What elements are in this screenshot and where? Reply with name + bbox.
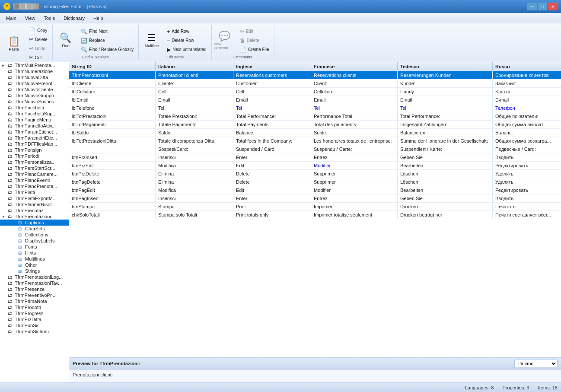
sidebar-item-tfrmPiattiExportM[interactable]: 🗂TfrmPiattiExportM... [0, 195, 69, 201]
table-row[interactable]: lblClienteCliente:Customer:Client:Kunde:… [69, 80, 561, 88]
table-row[interactable]: lblEmailEmailEmailEmailEmailE-mail [69, 96, 561, 104]
sidebar-item-tfrmPresenze[interactable]: 🗂TfrmPresenze [0, 286, 69, 292]
sidebar-item-tfrmPrimaNota[interactable]: 🗂TfrmPrimaNota [0, 298, 69, 304]
delete-row-button[interactable]: − Delete Row [164, 36, 209, 45]
menu-dictionary[interactable]: Dictionary [59, 14, 89, 22]
sidebar-item-tfrmProgress[interactable]: 🗂TfrmProgress [0, 310, 69, 316]
copy-button[interactable]: 📄 Copy [26, 26, 51, 35]
table-row[interactable]: btnPrzEditModificaEditModifierBearbeiten… [69, 162, 561, 170]
table-row[interactable]: chkSoloTotaliStampa solo TotaliPrint tot… [69, 211, 561, 219]
sidebar-item-tfrmPrenotazioniTav[interactable]: 🗂TfrmPrenotazioniTav... [0, 280, 69, 286]
replace-button[interactable]: 🔄 Replace [78, 36, 137, 45]
sidebar-item-tfrmPrenotaz[interactable]: 🗂TfrmPrenotaz [0, 207, 69, 214]
sidebar-item-tfrmPacchettiSup[interactable]: 🗂TfrmPacchettiSup... [0, 111, 69, 117]
multiline-button[interactable]: ☰ Multiline [140, 29, 163, 52]
tree-label-tfrmPlannerRisors: TfrmPlannerRisor... [15, 202, 56, 207]
sidebar-item-strings[interactable]: ⊞Strings [0, 268, 69, 274]
table-row[interactable]: btnStampaStampaPrintImprimerDruckenПечат… [69, 203, 561, 211]
menu-help[interactable]: Help [89, 14, 108, 22]
cell-francese: Entrez [311, 153, 398, 161]
sidebar-item-tfrmPensign[interactable]: 🗂TfrmPensign [0, 147, 69, 153]
table-row[interactable]: lblTotPrestazioniTotale Prestazioni:Tota… [69, 112, 561, 121]
find-next-button[interactable]: 🔍 Find Next [78, 27, 137, 36]
cell-francese: Email [311, 96, 398, 104]
sidebar-item-tfrmPreventivoP[interactable]: 🗂TfrmPreventivoPr... [0, 292, 69, 298]
sidebar-item-tfrmNuovaPrenot[interactable]: 🗂TfrmNuovaPrenot... [0, 80, 69, 86]
sidebar-item-tfrmPiatti[interactable]: 🗂TfrmPiatti [0, 189, 69, 195]
paste-button[interactable]: 📋 Paste [3, 33, 25, 55]
sidebar-item-tfrmPrzDitta[interactable]: 🗂TfrmPrzDitta [0, 316, 69, 322]
sidebar-item-tfrmPubSicImm[interactable]: 🗂TfrmPubSicImm... [0, 328, 69, 335]
table-row[interactable]: lblTotPagamentiTotale Pagamenti:Total Pa… [69, 121, 561, 129]
sidebar-item-charsets[interactable]: ⊞CharSets [0, 226, 69, 232]
cell-tedesco: Löschen [398, 178, 493, 186]
tree-label-other: Other [25, 262, 37, 268]
sidebar-item-fonts[interactable]: ⊞Fonts [0, 244, 69, 250]
sidebar-item-tfrmParametriEtic[interactable]: 🗂TfrmParametriEtic... [0, 135, 69, 141]
add-row-button[interactable]: + Add Row [164, 27, 209, 36]
sidebar-item-tfrmPersonalizza[interactable]: 🗂TfrmPersonalizza... [0, 159, 69, 165]
table-row[interactable]: lblTotPrestazioniDittaTotale di competen… [69, 137, 561, 145]
sidebar-item-tfrmNumerazione[interactable]: 🗂TfrmNumerazione [0, 68, 69, 74]
table-row[interactable]: btnPagEditModificaEditModifierBearbeiten… [69, 186, 561, 194]
sidebar-item-tfrmPubSic[interactable]: 🗂TfrmPubSic [0, 322, 69, 328]
sidebar-item-collections[interactable]: ⊞Collections [0, 232, 69, 238]
sidebar-item-tfrmPannelloAttiv[interactable]: 🗂TfrmPannelloAttiv... [0, 123, 69, 129]
sidebar-item-tfrmPlannerRisors[interactable]: 🗂TfrmPlannerRisor... [0, 201, 69, 207]
sidebar-item-other[interactable]: ⊞Other [0, 262, 69, 268]
minimize-button[interactable]: ─ [527, 3, 537, 10]
sidebar-item-tfrmPrenotazioniLog[interactable]: 🗂TfrmPrenotazioniLog... [0, 274, 69, 280]
menu-main[interactable]: Main [2, 14, 21, 22]
view-comment-button[interactable]: 💬 View comment [214, 29, 236, 52]
sidebar-item-tfrmPDFFilesMan[interactable]: 🗂TfrmPDFFilesMan... [0, 141, 69, 147]
delete-comment-button[interactable]: 🗑 Delete [237, 36, 272, 45]
table-row[interactable]: btnPagInsertInserisciEnterEntrezGeben Si… [69, 194, 561, 203]
close-button[interactable]: ✕ [548, 3, 558, 10]
sidebar-item-tfrmNuovoCliente[interactable]: 🗂TfrmNuovoCliente [0, 86, 69, 92]
tree-icon-tfrmNuovoSospes: 🗂 [8, 99, 14, 104]
table-row[interactable]: btnPagDeleteEliminaDeleteSupprimerLösche… [69, 178, 561, 186]
sidebar-item-tfrmPacchetti[interactable]: 🗂TfrmPacchetti [0, 105, 69, 111]
maximize-button[interactable]: □ [538, 3, 547, 10]
sidebar-item-tfrmPersStartScr[interactable]: 🗂TfrmPersStartScr... [0, 165, 69, 171]
next-untranslated-button[interactable]: ▶ Next untranslated [164, 45, 209, 54]
table-row[interactable]: TfrmPrenotazioniPrenotazioni clientiRese… [69, 71, 561, 80]
sidebar-item-tfrmParamEtichet[interactable]: 🗂TfrmParamEtichet... [0, 129, 69, 135]
sidebar-item-tfrmPeriodi[interactable]: 🗂TfrmPeriodi [0, 153, 69, 159]
sidebar-item-tfrmProdotti[interactable]: 🗂TfrmProdotti [0, 304, 69, 310]
grid-body[interactable]: TfrmPrenotazioniPrenotazioni clientiRese… [69, 71, 561, 357]
find-button[interactable]: 🔍 Find [54, 29, 77, 52]
edit-comment-button[interactable]: ✏ Edit [237, 27, 272, 36]
preview-language-dropdown[interactable]: ItalianoIngleseFranceseTedescoRusso [514, 360, 558, 367]
sidebar-item-tfrmMultiPrenota[interactable]: ▶🗂TfrmMultiPrenota... [0, 62, 69, 68]
sidebar[interactable]: ▶🗂TfrmMultiPrenota... 🗂TfrmNumerazione 🗂… [0, 62, 69, 382]
cut-button[interactable]: ✂ Cut [26, 53, 51, 62]
table-row[interactable]: Sospesi/Card:Suspended / Card:Suspendu /… [69, 145, 561, 153]
delete-button[interactable]: ✂ Delete [26, 35, 51, 44]
tree-label-tfrmPersStartScr: TfrmPersStartScr... [15, 166, 55, 171]
sidebar-item-tfrmPianoCamera[interactable]: 🗂TfrmPianoCamere... [0, 171, 69, 177]
menu-tools[interactable]: Tools [40, 14, 60, 22]
table-row[interactable]: lblTelefonoTel.TelTelTelТелефон [69, 104, 561, 112]
find-replace-globally-button[interactable]: 🔍 Find / Replace Globally [78, 45, 137, 54]
sidebar-item-tfrmPianoPrenota[interactable]: 🗂TfrmPianoPrenota... [0, 183, 69, 189]
sidebar-item-multilines[interactable]: ⊞Multilines [0, 256, 69, 262]
sidebar-item-displaylabels[interactable]: ⊞DisplayLabels [0, 238, 69, 244]
sidebar-item-tfrmPagineMenu[interactable]: 🗂TfrmPagineMenu [0, 117, 69, 123]
sidebar-item-tfrmNuovaDitta[interactable]: 🗂TfrmNuovaDitta [0, 74, 69, 80]
cell-francese: Suspendu / Carte: [311, 145, 398, 153]
menu-view[interactable]: View [21, 14, 40, 22]
undo-button[interactable]: ↩ Undo [26, 44, 51, 53]
sidebar-item-tfrmNuovoSospes[interactable]: 🗂TfrmNuovoSospes... [0, 99, 69, 105]
table-row[interactable]: btnPrzInsertInserisciEnterEntrezGeben Si… [69, 153, 561, 162]
table-row[interactable]: lblCellulareCell.CellCellulaireHandyКлет… [69, 88, 561, 96]
create-file-button[interactable]: 📄 Create File [237, 45, 272, 54]
sidebar-item-tfrmPrenotazioni[interactable]: ▼🗂TfrmPrenotazioni [0, 214, 69, 220]
sidebar-item-tfrmNuovoGruppo[interactable]: 🗂TfrmNuovoGruppo [0, 92, 69, 99]
cell-russo: E-mail [493, 96, 561, 104]
table-row[interactable]: lblSaldoSaldo:Balance:Solde:Balancieren:… [69, 129, 561, 137]
sidebar-item-captions[interactable]: ⊞Captions [0, 220, 69, 226]
table-row[interactable]: btnPrzDeleteEliminaDeleteSupprimerLösche… [69, 170, 561, 178]
sidebar-item-tfrmPianoEventi[interactable]: 🗂TfrmPianoEventi [0, 177, 69, 183]
sidebar-item-hints[interactable]: ⊞Hints [0, 250, 69, 256]
